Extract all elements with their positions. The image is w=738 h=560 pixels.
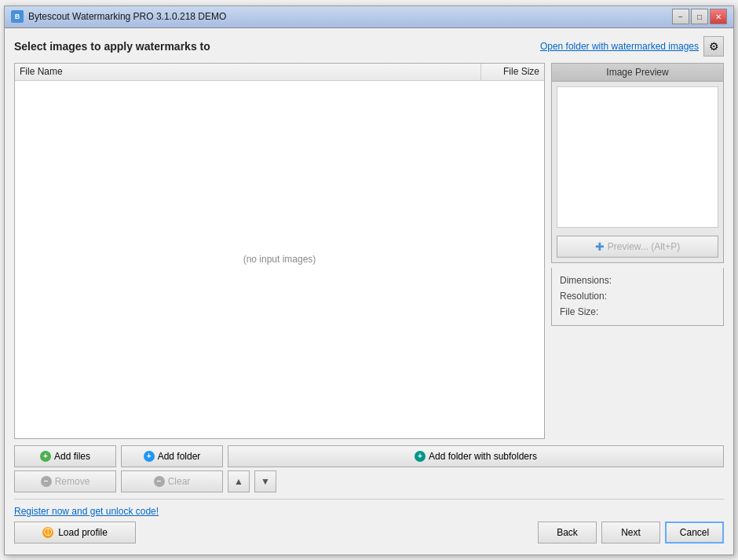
preview-button[interactable]: ✚ Preview... (Alt+P)	[557, 236, 718, 258]
add-folder-icon: +	[144, 451, 155, 462]
clear-button[interactable]: − Clear	[121, 470, 223, 492]
next-button[interactable]: Next	[601, 522, 660, 544]
maximize-button[interactable]: □	[691, 9, 708, 24]
preview-header: Image Preview	[552, 64, 723, 82]
button-row-1: + Add files + Add folder + Add folder wi…	[14, 445, 724, 467]
window-controls: − □ ✕	[672, 9, 727, 24]
dimensions-label: Dimensions:	[560, 273, 715, 288]
back-button[interactable]: Back	[538, 522, 597, 544]
file-size-column-header: File Size	[481, 64, 544, 80]
add-folder-subfolders-button[interactable]: + Add folder with subfolders	[228, 445, 724, 467]
window-title: Bytescout Watermarking PRO 3.1.0.218 DEM…	[28, 11, 672, 22]
top-bar: Select images to apply watermarks to Ope…	[14, 36, 724, 57]
filesize-label: File Size:	[560, 304, 715, 320]
preview-icon: ✚	[595, 240, 605, 253]
remove-icon: −	[41, 476, 52, 487]
empty-message: (no input images)	[243, 254, 316, 265]
cancel-button[interactable]: Cancel	[665, 522, 724, 544]
title-bar: B Bytescout Watermarking PRO 3.1.0.218 D…	[5, 6, 733, 28]
preview-image-area	[557, 86, 718, 228]
add-subfolders-icon: +	[415, 451, 426, 462]
page-title: Select images to apply watermarks to	[14, 40, 210, 53]
main-window: B Bytescout Watermarking PRO 3.1.0.218 D…	[4, 5, 734, 555]
move-up-button[interactable]: ▲	[228, 470, 250, 492]
preview-box: Image Preview ✚ Preview... (Alt+P)	[551, 63, 724, 263]
register-link[interactable]: Register now and get unlock code!	[14, 506, 724, 517]
close-button[interactable]: ✕	[710, 9, 727, 24]
clear-icon: −	[154, 476, 165, 487]
move-down-button[interactable]: ▼	[254, 470, 276, 492]
bottom-controls: + Add files + Add folder + Add folder wi…	[14, 445, 724, 492]
file-name-column-header: File Name	[15, 64, 481, 80]
button-row-2: − Remove − Clear ▲ ▼	[14, 470, 724, 492]
file-list-body: (no input images)	[15, 81, 544, 438]
window-body: Select images to apply watermarks to Ope…	[5, 28, 733, 555]
resolution-label: Resolution:	[560, 288, 715, 304]
right-panel: Image Preview ✚ Preview... (Alt+P) Dimen…	[551, 63, 724, 439]
remove-button[interactable]: − Remove	[14, 470, 116, 492]
load-profile-button[interactable]: ⓘ Load profile	[14, 522, 136, 544]
footer: Register now and get unlock code! ⓘ Load…	[14, 499, 724, 547]
preview-info: Dimensions: Resolution: File Size:	[551, 268, 724, 326]
file-list-header: File Name File Size	[15, 64, 544, 81]
add-files-button[interactable]: + Add files	[14, 445, 116, 467]
minimize-button[interactable]: −	[672, 9, 689, 24]
main-area: File Name File Size (no input images) Im…	[14, 63, 724, 439]
load-profile-icon: ⓘ	[42, 527, 53, 538]
open-folder-link[interactable]: Open folder with watermarked images	[540, 41, 699, 52]
settings-button[interactable]: ⚙	[703, 36, 724, 57]
add-folder-button[interactable]: + Add folder	[121, 445, 223, 467]
add-files-icon: +	[40, 451, 51, 462]
top-right-area: Open folder with watermarked images ⚙	[540, 36, 724, 57]
app-icon: B	[11, 10, 24, 23]
footer-buttons: ⓘ Load profile Back Next Cancel	[14, 522, 724, 544]
file-list-panel: File Name File Size (no input images)	[14, 63, 545, 439]
